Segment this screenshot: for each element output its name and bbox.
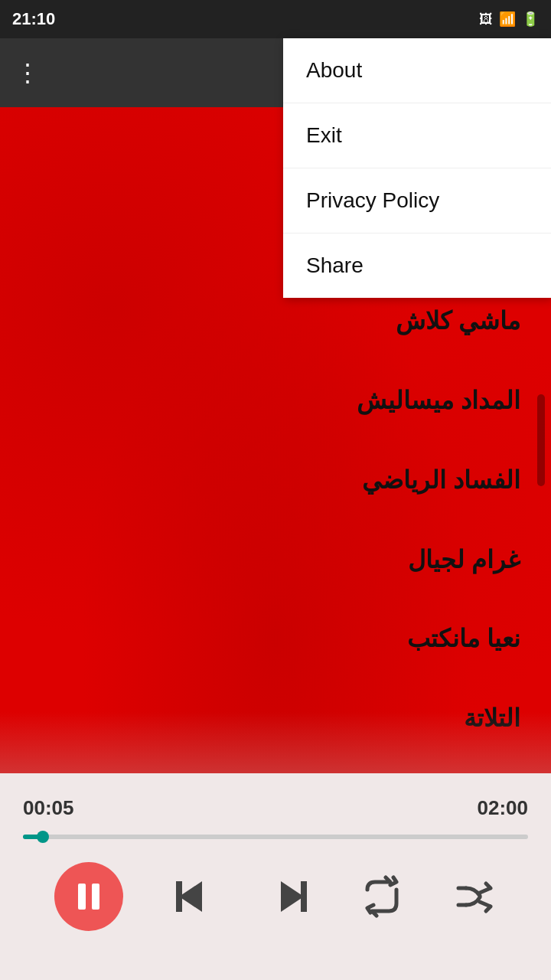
repeat-button[interactable]	[360, 874, 404, 919]
status-icons: 🖼 📶 🔋	[479, 11, 539, 28]
menu-item-exit[interactable]: Exit	[283, 103, 551, 168]
time-elapsed: 00:05	[23, 796, 74, 820]
menu-item-share[interactable]: Share	[283, 234, 551, 298]
bottom-fade	[0, 712, 551, 773]
skip-back-icon	[171, 874, 217, 920]
repeat-icon	[360, 874, 404, 919]
list-item[interactable]: الفساد الرياضي	[0, 466, 551, 495]
menu-item-privacy[interactable]: Privacy Policy	[283, 168, 551, 234]
skip-back-button[interactable]	[171, 874, 217, 920]
progress-bar[interactable]	[23, 835, 528, 839]
player-time-row: 00:05 02:00	[0, 773, 551, 835]
skip-forward-icon	[266, 874, 311, 920]
battery-icon: 🔋	[522, 11, 539, 28]
time-total: 02:00	[478, 796, 529, 820]
more-options-icon[interactable]: ⋮	[15, 58, 40, 87]
svg-marker-0	[179, 881, 202, 912]
list-item[interactable]: المداد ميساليش	[0, 386, 551, 415]
image-icon: 🖼	[479, 11, 493, 28]
dropdown-menu: About Exit Privacy Policy Share	[283, 38, 551, 298]
svg-marker-2	[281, 881, 304, 912]
menu-item-about[interactable]: About	[283, 38, 551, 103]
progress-thumb[interactable]	[37, 831, 49, 843]
skip-forward-button[interactable]	[266, 874, 311, 920]
player-area: 00:05 02:00	[0, 773, 551, 980]
status-bar: 21:10 🖼 📶 🔋	[0, 0, 551, 38]
list-item[interactable]: ماشي كلاش	[0, 306, 551, 335]
list-item[interactable]: غرام لجيال	[0, 545, 551, 574]
signal-icon: 📶	[499, 11, 516, 28]
player-controls	[0, 839, 551, 954]
shuffle-button[interactable]	[452, 874, 497, 919]
scroll-indicator[interactable]	[537, 394, 545, 486]
svg-rect-3	[301, 881, 307, 912]
status-time: 21:10	[12, 9, 55, 29]
svg-rect-1	[176, 881, 182, 912]
pause-icon	[78, 884, 99, 910]
list-item[interactable]: نعيا مانكتب	[0, 624, 551, 653]
pause-button[interactable]	[54, 862, 123, 931]
shuffle-icon	[452, 874, 497, 919]
